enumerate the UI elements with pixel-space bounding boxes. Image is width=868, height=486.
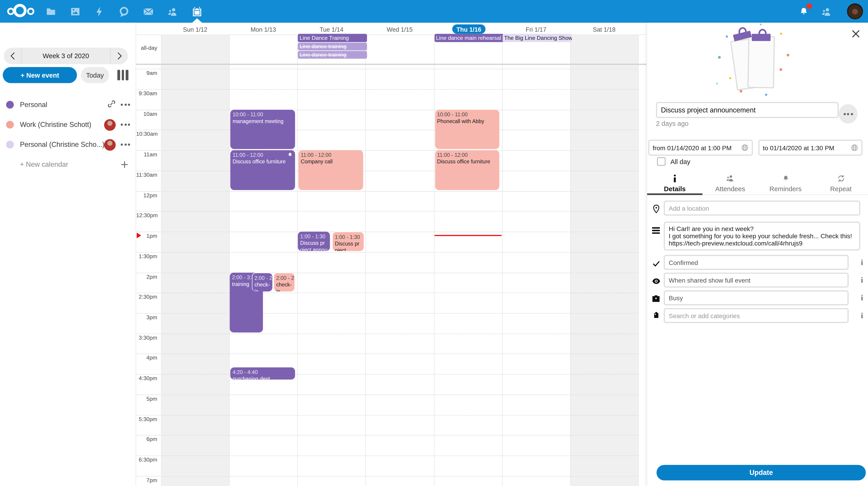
event-actions-menu-button[interactable] bbox=[839, 104, 857, 123]
calendar-week-view: all-day Sun 1/12Mon 1/13Tue 1/14Wed 1/15… bbox=[135, 23, 647, 486]
new-calendar-button[interactable]: + New calendar bbox=[0, 157, 135, 172]
day-header[interactable]: Tue 1/14 bbox=[298, 24, 366, 34]
all-day-checkbox[interactable]: All day bbox=[657, 158, 690, 166]
calendar-list-item[interactable]: Personal (Christine Scho...) bbox=[0, 137, 135, 152]
day-header[interactable]: Fri 1/17 bbox=[502, 24, 570, 34]
day-header[interactable]: Wed 1/15 bbox=[366, 24, 434, 34]
event-title: Discuss project announcement bbox=[300, 240, 327, 251]
tab-repeat[interactable]: Repeat bbox=[813, 173, 868, 195]
files-app-icon[interactable] bbox=[43, 4, 58, 19]
day-header[interactable]: Mon 1/13 bbox=[229, 24, 298, 34]
event-time: 11:00 - 12:00 bbox=[301, 152, 361, 159]
contacts-app-icon[interactable] bbox=[165, 4, 180, 19]
visibility-select[interactable]: When shared show full event bbox=[664, 273, 848, 288]
start-datetime-field[interactable]: from 01/14/2020 at 1:00 PM bbox=[648, 140, 753, 156]
calendar-event[interactable]: 11:00 - 12:00Company call bbox=[299, 150, 363, 190]
all-day-event-chip[interactable]: Line dance main rehearsal bbox=[434, 34, 503, 42]
bell-icon bbox=[782, 174, 789, 184]
time-gutter-label: 4pm bbox=[136, 355, 157, 361]
talk-app-icon[interactable] bbox=[117, 4, 131, 19]
column-border bbox=[161, 34, 162, 486]
time-gutter-label: 2pm bbox=[136, 274, 157, 280]
info-icon[interactable]: i bbox=[861, 311, 863, 320]
new-event-button[interactable]: + New event bbox=[3, 67, 77, 83]
notifications-bell-icon[interactable] bbox=[797, 4, 811, 19]
share-link-icon[interactable] bbox=[107, 99, 116, 110]
column-border bbox=[298, 34, 298, 486]
time-gutter-label: 10am bbox=[136, 111, 157, 117]
end-datetime-field[interactable]: to 01/14/2020 at 1:30 PM bbox=[758, 140, 862, 156]
visibility-select-row: When shared show full eventi bbox=[647, 273, 868, 288]
slot-line bbox=[136, 435, 638, 435]
calendar-event[interactable]: 11:00 - 12:00Discuss office furniture bbox=[435, 150, 499, 190]
slot-line bbox=[136, 455, 638, 456]
activity-app-icon[interactable] bbox=[92, 4, 107, 19]
calendar-menu-icon[interactable] bbox=[121, 123, 130, 126]
tab-reminders[interactable]: Reminders bbox=[758, 173, 813, 195]
slot-line bbox=[136, 374, 638, 375]
calendar-event[interactable]: 2:00 - 2:30check-in bbox=[274, 273, 294, 292]
slot-line bbox=[136, 191, 638, 192]
tab-details[interactable]: Details bbox=[647, 173, 703, 195]
photos-app-icon[interactable] bbox=[68, 4, 83, 19]
weekend-shading bbox=[161, 34, 229, 486]
event-modified-time: 2 days ago bbox=[656, 120, 688, 127]
checkbox-box[interactable] bbox=[657, 158, 665, 166]
day-header[interactable]: Sat 1/18 bbox=[570, 24, 638, 34]
next-week-button[interactable] bbox=[111, 48, 128, 64]
time-gutter-label: 2:30pm bbox=[136, 294, 157, 300]
event-title-input[interactable] bbox=[656, 102, 839, 118]
calendar-event[interactable]: 10:00 - 11:00management meeting bbox=[230, 110, 295, 149]
previous-week-button[interactable] bbox=[4, 48, 21, 64]
info-icon[interactable]: i bbox=[861, 293, 863, 302]
event-time: 2:00 - 2:30 bbox=[276, 275, 292, 281]
time-gutter-label: 11am bbox=[136, 151, 157, 158]
calendar-event[interactable]: 2:00 - 2:30check-in bbox=[252, 273, 272, 292]
calendar-menu-icon[interactable] bbox=[121, 143, 130, 146]
status-select-row: Confirmedi bbox=[647, 255, 868, 270]
day-header-today[interactable]: Thu 1/16 bbox=[452, 24, 486, 34]
status-select[interactable]: Confirmed bbox=[664, 255, 848, 270]
week-label[interactable]: Week 3 of 2020 bbox=[22, 52, 110, 60]
calendar-name: Personal (Christine Scho...) bbox=[20, 141, 104, 148]
check-icon bbox=[651, 258, 660, 268]
timezone-globe-icon[interactable] bbox=[851, 144, 858, 151]
mail-app-icon[interactable] bbox=[141, 4, 156, 19]
week-view-toggle-icon[interactable] bbox=[117, 70, 128, 81]
event-time: 1:00 - 1:30 bbox=[335, 234, 362, 240]
tab-attendees[interactable]: Attendees bbox=[703, 173, 758, 195]
today-button[interactable]: Today bbox=[81, 67, 109, 83]
calendar-event[interactable]: 1:00 - 1:30Discuss project announcement bbox=[298, 232, 330, 251]
calendar-menu-icon[interactable] bbox=[121, 104, 130, 106]
info-icon[interactable]: i bbox=[861, 276, 863, 284]
all-day-event-chip[interactable]: Line dance training bbox=[298, 51, 367, 59]
calendar-list-item[interactable]: Work (Christine Schott) bbox=[0, 117, 135, 133]
day-header[interactable]: Sun 1/12 bbox=[161, 24, 229, 34]
show-as-select[interactable]: Busy bbox=[664, 290, 848, 305]
all-day-event-chip[interactable]: Line dance training bbox=[298, 43, 367, 51]
calendar-app-icon[interactable] bbox=[190, 4, 204, 19]
categories-input[interactable]: Search or add categories bbox=[664, 308, 848, 323]
event-title: Discuss office furniture bbox=[232, 159, 286, 165]
calendar-event[interactable]: 10:00 - 11:00Phonecall with Abby bbox=[435, 110, 499, 149]
update-button[interactable]: Update bbox=[656, 465, 866, 481]
week-navigation: Week 3 of 2020 bbox=[4, 48, 128, 64]
timezone-globe-icon[interactable] bbox=[741, 144, 748, 151]
close-icon[interactable] bbox=[851, 29, 861, 39]
calendar-list-item[interactable]: Personal bbox=[0, 97, 135, 113]
calendar-event[interactable]: 11:00 - 12:00Discuss office furniture bbox=[230, 150, 295, 190]
user-avatar[interactable] bbox=[847, 3, 863, 20]
all-day-event-chip[interactable]: Line Dance Training bbox=[298, 34, 367, 42]
description-textarea[interactable]: Hi Carl! are you in next week? I got som… bbox=[664, 222, 860, 251]
calendar-event[interactable]: 1:00 - 1:30Discuss project bbox=[332, 232, 364, 251]
repeat-icon bbox=[837, 174, 845, 184]
all-day-event-chip[interactable]: The Big Line Dancing Show bbox=[502, 34, 572, 42]
end-datetime-label: to 01/14/2020 at 1:30 PM bbox=[763, 144, 834, 151]
info-icon[interactable]: i bbox=[861, 258, 863, 267]
slot-line bbox=[136, 150, 638, 151]
location-input[interactable]: Add a location bbox=[664, 201, 860, 216]
contacts-menu-icon[interactable] bbox=[819, 4, 834, 19]
nextcloud-logo-icon[interactable] bbox=[7, 4, 33, 19]
calendar-event[interactable]: 4:20 - 4:40purchasing dept bbox=[230, 367, 295, 380]
event-time: 10:00 - 11:00 bbox=[437, 111, 497, 118]
